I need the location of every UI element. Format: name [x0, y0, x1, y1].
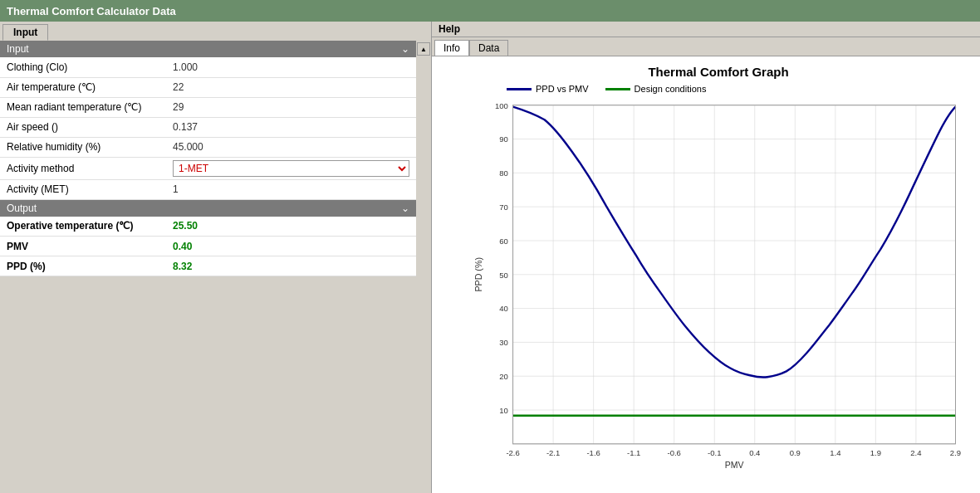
- humidity-value: 45.000: [166, 137, 416, 157]
- legend-ppd-label: PPD vs PMV: [536, 84, 589, 94]
- table-row: Mean radiant temperature (℃) 29: [0, 97, 416, 117]
- svg-text:0.9: 0.9: [790, 448, 801, 457]
- right-tab-bar: Info Data: [432, 37, 980, 56]
- svg-text:80: 80: [499, 168, 508, 178]
- pmv-label: PMV: [0, 237, 166, 256]
- output-collapse-icon[interactable]: ⌄: [401, 203, 409, 214]
- air-temp-value: 22: [166, 77, 416, 97]
- activity-met-value: 1: [166, 179, 416, 199]
- activity-method-label: Activity method: [0, 157, 166, 179]
- ppd-value: 8.32: [166, 256, 416, 276]
- left-tab-bar: Input: [0, 22, 431, 41]
- scrollbar[interactable]: ▲: [416, 41, 431, 493]
- graph-area: Thermal Comfort Graph PPD vs PMV Design …: [432, 56, 980, 493]
- help-label: Help: [439, 23, 460, 35]
- input-table: Clothing (Clo) 1.000 Air temperature (℃)…: [0, 57, 416, 200]
- svg-text:-2.1: -2.1: [546, 448, 560, 457]
- svg-text:2.9: 2.9: [950, 448, 961, 457]
- svg-text:20: 20: [499, 372, 508, 381]
- table-row: Relative humidity (%) 45.000: [0, 137, 416, 157]
- svg-text:10: 10: [499, 406, 508, 415]
- mrt-value: 29: [166, 97, 416, 117]
- table-row: Air speed () 0.137: [0, 117, 416, 137]
- graph-container: 100 90 80 70 60 50 40 30 20 10 -2.6 -2.1…: [473, 97, 963, 468]
- air-speed-label: Air speed (): [0, 117, 166, 137]
- table-row: Operative temperature (℃) 25.50: [0, 217, 416, 237]
- svg-text:60: 60: [499, 237, 508, 246]
- svg-text:-0.1: -0.1: [708, 448, 721, 457]
- input-section-header: Input ⌄: [0, 41, 416, 57]
- table-row: Activity (MET) 1: [0, 179, 416, 199]
- legend-green-line: [605, 88, 630, 90]
- ppd-label: PPD (%): [0, 256, 166, 276]
- svg-text:100: 100: [495, 101, 508, 110]
- legend-blue-line: [507, 88, 532, 90]
- clothing-label: Clothing (Clo): [0, 57, 166, 77]
- input-section-label: Input: [7, 43, 29, 55]
- table-row: PMV 0.40: [0, 237, 416, 256]
- activity-method-cell: 1-MET: [166, 157, 416, 179]
- svg-text:1.4: 1.4: [830, 448, 841, 457]
- activity-method-select[interactable]: 1-MET: [173, 160, 409, 177]
- legend-design: Design conditions: [605, 84, 707, 94]
- table-row: Activity method 1-MET: [0, 157, 416, 179]
- tab-input[interactable]: Input: [2, 24, 48, 41]
- scroll-up-icon[interactable]: ▲: [417, 42, 430, 56]
- svg-text:40: 40: [499, 304, 508, 313]
- operative-temp-label: Operative temperature (℃): [0, 217, 166, 237]
- svg-text:30: 30: [499, 338, 508, 347]
- graph-title: Thermal Comfort Graph: [473, 65, 963, 79]
- table-row: PPD (%) 8.32: [0, 256, 416, 276]
- output-table: Operative temperature (℃) 25.50 PMV 0.40…: [0, 217, 416, 277]
- svg-text:-1.1: -1.1: [627, 448, 640, 457]
- graph-svg: 100 90 80 70 60 50 40 30 20 10 -2.6 -2.1…: [473, 97, 963, 468]
- svg-text:50: 50: [499, 271, 508, 280]
- graph-legend: PPD vs PMV Design conditions: [507, 84, 963, 94]
- svg-text:70: 70: [499, 203, 508, 212]
- svg-text:0.4: 0.4: [749, 448, 761, 457]
- legend-design-label: Design conditions: [635, 84, 707, 94]
- table-row: Clothing (Clo) 1.000: [0, 57, 416, 77]
- svg-text:2.4: 2.4: [910, 448, 922, 457]
- svg-text:PMV: PMV: [725, 460, 744, 468]
- pmv-value: 0.40: [166, 237, 416, 256]
- tab-info[interactable]: Info: [434, 40, 469, 56]
- mrt-label: Mean radiant temperature (℃): [0, 97, 166, 117]
- air-speed-value: 0.137: [166, 117, 416, 137]
- svg-text:-1.6: -1.6: [586, 448, 600, 457]
- clothing-value: 1.000: [166, 57, 416, 77]
- svg-text:PPD (%): PPD (%): [473, 257, 483, 292]
- svg-text:90: 90: [499, 134, 508, 144]
- svg-text:-0.6: -0.6: [668, 448, 681, 457]
- svg-text:-2.6: -2.6: [506, 448, 519, 457]
- svg-text:1.9: 1.9: [870, 448, 881, 457]
- tab-data[interactable]: Data: [469, 40, 508, 56]
- activity-met-label: Activity (MET): [0, 179, 166, 199]
- legend-ppd-pmv: PPD vs PMV: [507, 84, 589, 94]
- operative-temp-value: 25.50: [166, 217, 416, 237]
- app-title: Thermal Comfort Calculator Data: [7, 5, 176, 17]
- output-section-header: Output ⌄: [0, 200, 416, 217]
- humidity-label: Relative humidity (%): [0, 137, 166, 157]
- air-temp-label: Air temperature (℃): [0, 77, 166, 97]
- input-collapse-icon[interactable]: ⌄: [401, 43, 409, 55]
- table-row: Air temperature (℃) 22: [0, 77, 416, 97]
- output-section-label: Output: [7, 203, 37, 214]
